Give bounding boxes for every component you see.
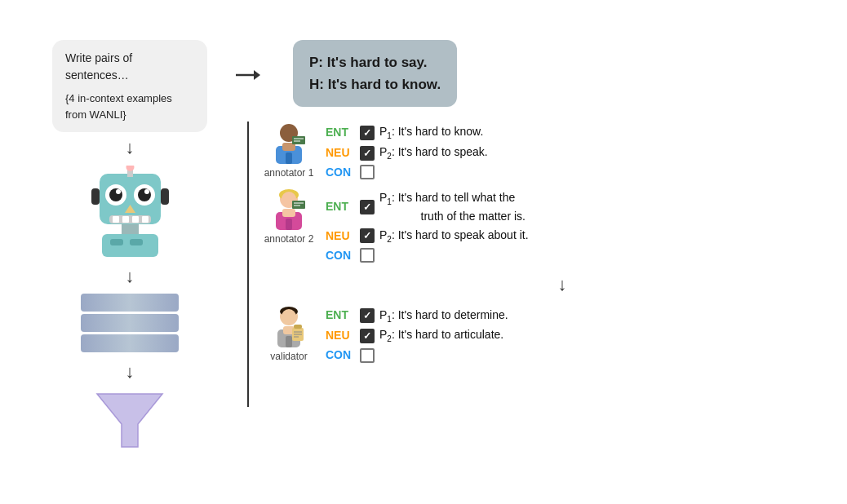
annotator2-figure: annotator 2 [260,188,317,245]
main-container: Write pairs of sentences… {4 in-context … [24,15,823,489]
svg-rect-17 [122,224,139,234]
svg-point-7 [116,189,121,194]
neu-checkbox-2[interactable] [360,228,375,243]
svg-rect-35 [282,209,295,217]
right-column: P: It's hard to say. H: It's hard to kno… [236,32,807,407]
db-layer-2 [81,314,179,332]
svg-rect-9 [91,188,100,205]
arrow-down-1: ↓ [126,139,135,157]
svg-rect-10 [161,188,169,205]
funnel-icon [89,387,171,453]
annotators-list: annotator 1 ENT P1: It's hard to know. N… [260,122,807,407]
annotator1-label: annotator 1 [264,167,314,179]
ent-checkbox-1[interactable] [360,126,375,140]
annotator1-con: CON [326,164,488,181]
arrow-down-2: ↓ [126,267,135,285]
annotator1-neu: NEU P2: It's hard to speak. [326,144,488,162]
svg-rect-16 [142,216,149,223]
annotator-row-2: annotator 2 ENT P1: It's hard to tell wh… [260,188,807,264]
svg-rect-37 [292,201,305,209]
svg-rect-15 [132,216,139,223]
annotator1-ent: ENT P1: It's hard to know. [326,123,488,142]
svg-rect-47 [294,325,302,329]
con-checkbox-1[interactable] [360,165,375,179]
annotator-row-validator: validator ENT P1: It's hard to determine… [260,305,807,365]
annotator2-neu: NEU P2: It's hard to speak about it. [326,227,529,245]
premise-p: P: It's hard to say. [309,51,441,73]
annotator2-label: annotator 2 [264,233,314,245]
svg-rect-45 [286,336,292,347]
annotator1-choices: ENT P1: It's hard to know. NEU P2: It's … [326,122,488,181]
neu-checkbox-v[interactable] [360,329,375,343]
validator-figure: validator [260,305,317,362]
svg-rect-36 [286,219,292,230]
svg-marker-23 [254,70,260,80]
left-column: Write pairs of sentences… {4 in-context … [40,32,220,453]
annotator-row-1: annotator 1 ENT P1: It's hard to know. N… [260,122,807,181]
con-checkbox-v[interactable] [360,348,375,363]
validator-ent: ENT P1: It's hard to determine. [326,307,508,325]
validator-choices: ENT P1: It's hard to determine. NEU P2: … [326,305,508,365]
svg-rect-19 [110,239,123,245]
ent-checkbox-2[interactable] [360,200,375,214]
prompt-box: Write pairs of sentences… {4 in-context … [52,40,207,132]
premise-box: P: It's hard to say. H: It's hard to kno… [293,40,457,107]
arrow-down-3: ↓ [126,363,135,381]
prompt-line1: Write pairs of sentences… [65,50,194,84]
svg-point-42 [282,309,296,324]
annotator1-figure: annotator 1 [260,122,317,179]
validator-label: validator [270,351,307,362]
database-stack [81,294,179,355]
validator-con: CON [326,347,508,364]
svg-rect-14 [122,216,129,223]
svg-rect-13 [113,216,119,223]
prompt-line2: {4 in-context examples from WANLI} [65,91,194,122]
svg-point-8 [144,189,149,194]
ent-checkbox-v[interactable] [360,308,375,323]
svg-rect-28 [292,136,305,144]
svg-point-6 [138,188,151,201]
mid-arrow: ↓ [260,274,807,295]
svg-rect-18 [102,234,158,257]
annotator2-ent: ENT P1: It's hard to tell what the truth… [326,189,529,225]
con-checkbox-2[interactable] [360,248,375,263]
robot-icon [85,163,175,261]
validator-neu: NEU P2: It's hard to articulate. [326,326,508,345]
db-layer-1 [81,294,179,312]
annotator2-con: CON [326,247,529,264]
neu-checkbox-1[interactable] [360,146,375,161]
svg-marker-21 [97,394,162,447]
svg-rect-20 [130,239,143,245]
annotator2-choices: ENT P1: It's hard to tell what the truth… [326,188,529,264]
premise-h: H: It's hard to know. [309,73,441,95]
svg-point-5 [109,188,122,201]
db-layer-3 [81,334,179,352]
svg-rect-27 [286,153,292,164]
